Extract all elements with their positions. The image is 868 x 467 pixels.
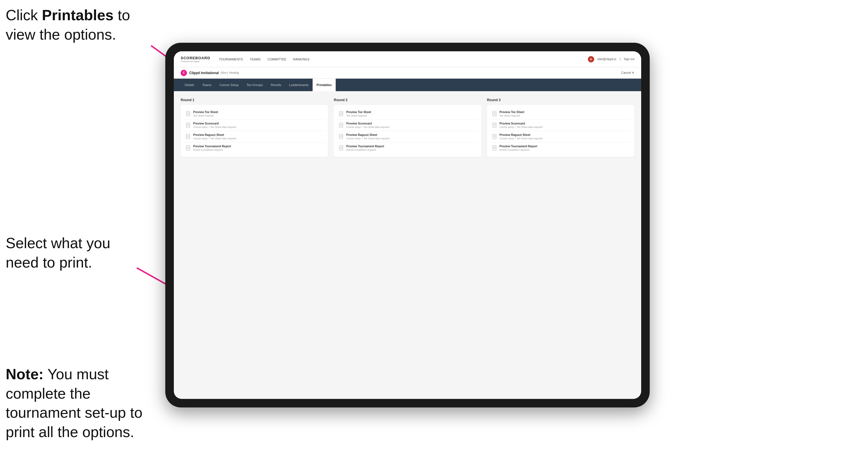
document-icon: [186, 145, 191, 151]
round3-scorecard[interactable]: Preview Scorecard Course setup + Tee She…: [490, 120, 631, 131]
cancel-button[interactable]: Cancel ✕: [621, 71, 634, 75]
round-3-card: Preview Tee Sheet Tee Sheet required: [487, 105, 634, 157]
tournament-status: Hosting: [229, 71, 239, 74]
annotation-bottom: Note: You must complete the tournament s…: [6, 365, 148, 442]
round1-report-title: Preview Tournament Report: [193, 145, 231, 148]
round1-scorecard[interactable]: Preview Scorecard Course setup + Tee She…: [184, 120, 324, 131]
rounds-container: Round 1 Preview Tee Sheet Tee S: [181, 98, 634, 157]
annotation-top-bold: Printables: [42, 7, 114, 23]
nav-link-tournaments[interactable]: TOURNAMENTS: [219, 56, 243, 62]
round2-tee-sheet-title: Preview Tee Sheet: [346, 111, 371, 114]
round3-raguzzi-sub: Course setup + Tee Sheet data required: [500, 137, 542, 140]
top-nav: SCOREBOARD Powered by clippd TOURNAMENTS…: [174, 51, 641, 67]
tablet-device: SCOREBOARD Powered by clippd TOURNAMENTS…: [165, 43, 650, 407]
round1-tee-sheet-sub: Tee Sheet required: [193, 114, 218, 117]
document-icon: [492, 134, 497, 139]
tournament-tag: (Men): [221, 71, 228, 74]
round2-raguzzi-title: Preview Raguzzi Sheet: [346, 133, 389, 136]
round3-raguzzi[interactable]: Preview Raguzzi Sheet Course setup + Tee…: [490, 131, 631, 143]
tab-printables[interactable]: Printables: [313, 79, 336, 91]
tab-results[interactable]: Results: [267, 79, 285, 91]
round-3-column: Round 3 Preview Tee Sheet Tee S: [487, 98, 634, 157]
nav-link-teams[interactable]: TEAMS: [250, 56, 261, 62]
round1-raguzzi-sub: Course setup + Tee Sheet data required: [193, 137, 236, 140]
user-email: blair@clippd.io: [597, 58, 616, 61]
round3-tee-sheet-sub: Tee Sheet required: [500, 114, 524, 117]
document-icon: [339, 123, 344, 128]
document-icon: [492, 123, 497, 128]
tab-tee-groups[interactable]: Tee Groups: [243, 79, 267, 91]
tablet-screen: SCOREBOARD Powered by clippd TOURNAMENTS…: [174, 51, 641, 399]
logo-title: SCOREBOARD: [181, 56, 210, 60]
round2-tee-sheet[interactable]: Preview Tee Sheet Tee Sheet required: [337, 108, 477, 120]
scoreboard-logo: SCOREBOARD Powered by clippd: [181, 56, 210, 63]
document-icon: [186, 111, 191, 117]
round3-tee-sheet-title: Preview Tee Sheet: [500, 111, 524, 114]
main-content: Round 1 Preview Tee Sheet Tee S: [174, 91, 641, 399]
round-3-title: Round 3: [487, 98, 634, 102]
round3-tournament-report[interactable]: Preview Tournament Report Round Completi…: [490, 143, 631, 154]
round3-raguzzi-title: Preview Raguzzi Sheet: [500, 133, 542, 136]
annotation-middle-text: Select what you need to print.: [6, 235, 110, 271]
round-1-card: Preview Tee Sheet Tee Sheet required: [181, 105, 328, 157]
round-2-card: Preview Tee Sheet Tee Sheet required: [334, 105, 481, 157]
round2-scorecard-sub: Course setup + Tee Sheet data required: [346, 126, 389, 128]
round-2-title: Round 2: [334, 98, 481, 102]
round1-report-sub: Round Completion required: [193, 149, 231, 151]
round1-tee-sheet[interactable]: Preview Tee Sheet Tee Sheet required: [184, 108, 324, 120]
sign-out-separator: |: [620, 58, 621, 61]
top-nav-links: TOURNAMENTS TEAMS COMMITTEE RANKINGS: [219, 56, 588, 62]
document-icon: [339, 145, 344, 151]
round3-report-sub: Round Completion required: [500, 149, 537, 151]
tab-teams[interactable]: Teams: [198, 79, 215, 91]
round3-scorecard-sub: Course setup + Tee Sheet data required: [500, 126, 542, 128]
logo-sub: Powered by clippd: [181, 60, 210, 63]
round2-report-sub: Round Completion required: [346, 149, 384, 151]
document-icon: [186, 123, 191, 128]
tournament-logo: C: [181, 70, 187, 76]
round1-raguzzi-title: Preview Raguzzi Sheet: [193, 133, 236, 136]
document-icon: [339, 111, 344, 117]
round2-tee-sheet-sub: Tee Sheet required: [346, 114, 371, 117]
document-icon: [492, 145, 497, 151]
round2-report-title: Preview Tournament Report: [346, 145, 384, 148]
round2-scorecard[interactable]: Preview Scorecard Course setup + Tee She…: [337, 120, 477, 131]
round3-scorecard-title: Preview Scorecard: [500, 122, 542, 125]
round-1-title: Round 1: [181, 98, 328, 102]
round2-tournament-report[interactable]: Preview Tournament Report Round Completi…: [337, 143, 477, 154]
tournament-bar: C Clippd Invitational (Men) Hosting Canc…: [174, 67, 641, 79]
round1-tee-sheet-title: Preview Tee Sheet: [193, 111, 218, 114]
annotation-middle: Select what you need to print.: [6, 234, 143, 272]
round1-raguzzi[interactable]: Preview Raguzzi Sheet Course setup + Tee…: [184, 131, 324, 143]
tournament-name: Clippd Invitational: [189, 71, 219, 75]
annotation-bottom-bold: Note:: [6, 366, 43, 382]
sign-out-link[interactable]: Sign out: [624, 58, 634, 61]
document-icon: [339, 134, 344, 139]
round3-report-title: Preview Tournament Report: [500, 145, 537, 148]
round-2-column: Round 2 Preview Tee Sheet Tee S: [334, 98, 481, 157]
round1-scorecard-title: Preview Scorecard: [193, 122, 236, 125]
round-1-column: Round 1 Preview Tee Sheet Tee S: [181, 98, 328, 157]
nav-link-rankings[interactable]: RANKINGS: [293, 56, 309, 62]
document-icon: [186, 134, 191, 139]
tab-leaderboards[interactable]: Leaderboards: [285, 79, 313, 91]
round2-raguzzi[interactable]: Preview Raguzzi Sheet Course setup + Tee…: [337, 131, 477, 143]
round1-tournament-report[interactable]: Preview Tournament Report Round Completi…: [184, 143, 324, 154]
round2-raguzzi-sub: Course setup + Tee Sheet data required: [346, 137, 389, 140]
round1-scorecard-sub: Course setup + Tee Sheet data required: [193, 126, 236, 128]
round3-tee-sheet[interactable]: Preview Tee Sheet Tee Sheet required: [490, 108, 631, 120]
round2-scorecard-title: Preview Scorecard: [346, 122, 389, 125]
annotation-top: Click Printables to view the options.: [6, 6, 143, 44]
nav-link-committee[interactable]: COMMITTEE: [268, 56, 286, 62]
user-avatar: B: [588, 56, 594, 62]
tab-course-setup[interactable]: Course Setup: [215, 79, 243, 91]
document-icon: [492, 111, 497, 117]
tab-details[interactable]: Details: [181, 79, 198, 91]
top-nav-right: B blair@clippd.io | Sign out: [588, 56, 634, 62]
sub-nav: Details Teams Course Setup Tee Groups Re…: [174, 79, 641, 91]
annotation-top-text: Click Printables to view the options.: [6, 7, 130, 43]
